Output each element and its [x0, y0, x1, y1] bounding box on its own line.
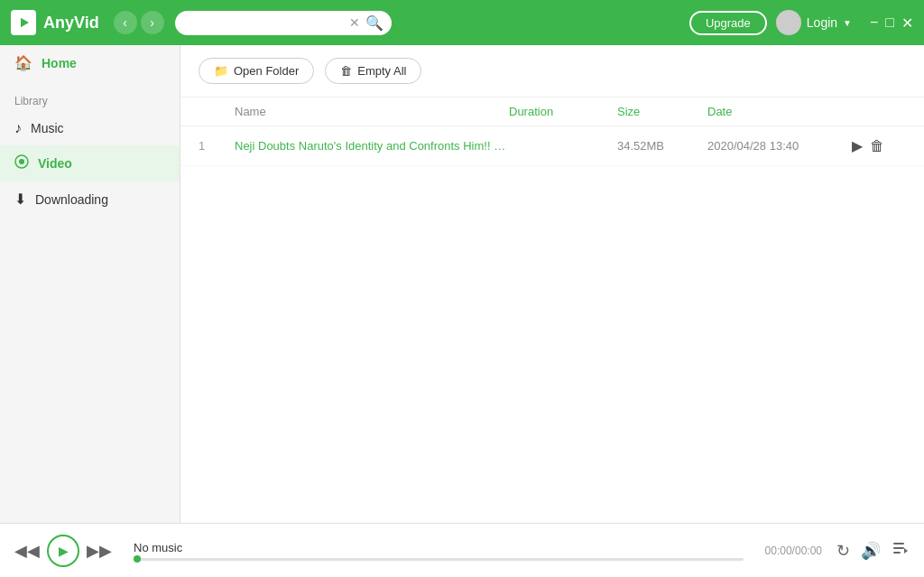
- svg-rect-5: [893, 547, 904, 549]
- library-section-label: Library: [0, 80, 180, 111]
- login-label: Login: [807, 15, 837, 30]
- col-duration: Duration: [509, 105, 617, 118]
- player-title: No music: [134, 541, 744, 554]
- svg-rect-4: [893, 543, 904, 544]
- progress-dot: [134, 555, 141, 563]
- main-area: 🏠 Home Library ♪ Music Video ⬇ Downloadi…: [0, 45, 924, 523]
- search-icon[interactable]: 🔍: [365, 14, 383, 32]
- search-clear-icon[interactable]: ✕: [349, 15, 360, 30]
- back-button[interactable]: ‹: [114, 11, 137, 34]
- col-size: Size: [617, 105, 707, 118]
- logo-icon: [11, 10, 36, 35]
- row-size: 34.52MB: [617, 139, 707, 153]
- delete-row-button[interactable]: 🗑: [870, 138, 884, 154]
- row-date: 2020/04/28 13:40: [707, 139, 852, 153]
- sidebar-item-music[interactable]: ♪ Music: [0, 111, 180, 145]
- download-icon: ⬇: [14, 191, 26, 208]
- row-actions: ▶ 🗑: [852, 137, 906, 154]
- sidebar-item-video-label: Video: [38, 156, 72, 171]
- repeat-button[interactable]: ↻: [836, 541, 850, 561]
- maximize-button[interactable]: □: [885, 14, 894, 32]
- play-pause-button[interactable]: ▶: [47, 535, 79, 567]
- svg-marker-7: [904, 548, 908, 554]
- sidebar-item-home-label: Home: [42, 56, 77, 70]
- player-controls: ◀◀ ▶ ▶▶: [14, 535, 112, 567]
- content-area: 📁 Open Folder 🗑 Empty All Name Duration …: [180, 45, 924, 523]
- player-bar: ◀◀ ▶ ▶▶ No music 00:00/00:00 ↻ 🔊: [0, 523, 924, 577]
- upgrade-button[interactable]: Upgrade: [689, 11, 767, 35]
- player-info: No music: [126, 541, 751, 561]
- user-area[interactable]: Login ▼: [776, 10, 852, 35]
- forward-button[interactable]: ›: [141, 11, 164, 34]
- empty-all-button[interactable]: 🗑 Empty All: [325, 58, 421, 84]
- player-extra-controls: ↻ 🔊: [836, 539, 910, 562]
- app-logo: AnyVid: [11, 10, 99, 35]
- app-name: AnyVid: [43, 14, 99, 33]
- sidebar-item-downloading-label: Downloading: [35, 192, 108, 207]
- previous-button[interactable]: ◀◀: [14, 541, 40, 561]
- row-number: 1: [199, 139, 235, 153]
- svg-point-3: [19, 159, 24, 164]
- title-bar-right: Upgrade Login ▼ − □ ✕: [689, 10, 913, 35]
- avatar: [776, 10, 801, 35]
- svg-rect-1: [17, 16, 21, 29]
- video-icon: [14, 154, 29, 172]
- window-controls: − □ ✕: [870, 14, 913, 32]
- col-name: Name: [235, 105, 509, 118]
- search-bar: naruto ✕ 🔍: [175, 11, 392, 35]
- close-button[interactable]: ✕: [901, 14, 913, 32]
- col-date: Date: [707, 105, 852, 118]
- trash-icon: 🗑: [340, 64, 352, 78]
- home-icon: 🏠: [14, 54, 32, 71]
- minimize-button[interactable]: −: [870, 14, 878, 32]
- sidebar-item-downloading[interactable]: ⬇ Downloading: [0, 181, 180, 217]
- sidebar-item-home[interactable]: 🏠 Home: [0, 45, 180, 80]
- sidebar: 🏠 Home Library ♪ Music Video ⬇ Downloadi…: [0, 45, 180, 523]
- row-name[interactable]: Neji Doubts Naruto's Identity and Confro…: [235, 139, 509, 153]
- volume-button[interactable]: 🔊: [861, 541, 881, 561]
- music-icon: ♪: [14, 120, 22, 136]
- sidebar-item-music-label: Music: [31, 121, 64, 135]
- play-row-button[interactable]: ▶: [852, 137, 863, 154]
- folder-icon: 📁: [214, 64, 228, 78]
- search-input[interactable]: naruto: [186, 15, 344, 30]
- title-bar: AnyVid ‹ › naruto ✕ 🔍 Upgrade Login ▼ − …: [0, 0, 924, 45]
- player-progress-bar[interactable]: [134, 558, 744, 561]
- open-folder-button[interactable]: 📁 Open Folder: [199, 58, 314, 84]
- next-button[interactable]: ▶▶: [87, 541, 112, 561]
- playlist-button[interactable]: [892, 539, 910, 562]
- toolbar: 📁 Open Folder 🗑 Empty All: [180, 45, 924, 98]
- table-header: Name Duration Size Date: [180, 98, 924, 126]
- table-body: 1 Neji Doubts Naruto's Identity and Conf…: [180, 126, 924, 523]
- player-time: 00:00/00:00: [765, 544, 822, 557]
- sidebar-item-video[interactable]: Video: [0, 145, 180, 181]
- table-row: 1 Neji Doubts Naruto's Identity and Conf…: [180, 126, 924, 166]
- nav-arrows: ‹ ›: [114, 11, 164, 34]
- svg-rect-6: [893, 552, 901, 554]
- dropdown-arrow-icon: ▼: [843, 18, 852, 28]
